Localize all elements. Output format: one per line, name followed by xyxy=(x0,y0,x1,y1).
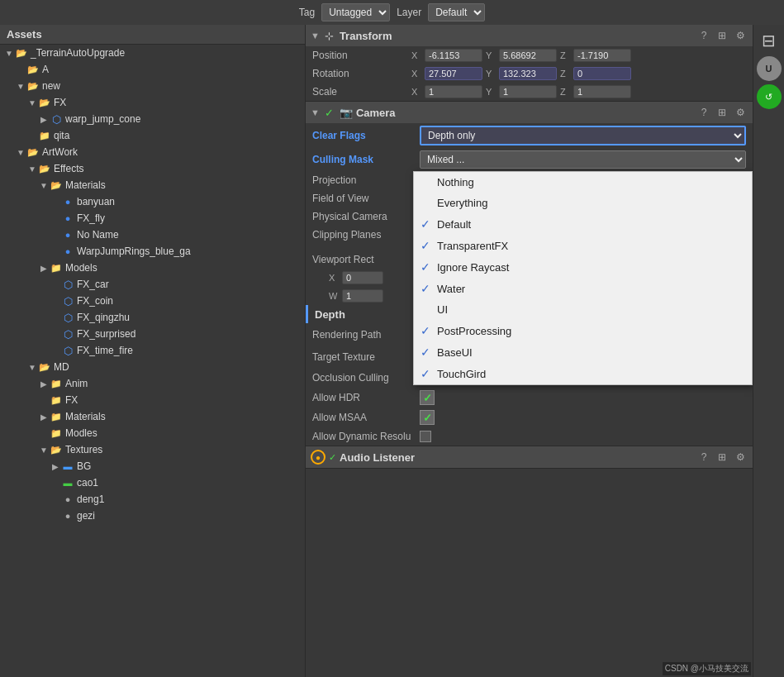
tree-item[interactable]: WarpJumpRings_blue_ga xyxy=(0,243,305,260)
dropdown-item[interactable]: ✓BaseUI xyxy=(414,341,752,363)
tree-item[interactable]: ▶warp_jump_cone xyxy=(0,111,305,127)
camera-content: Clear Flags Depth only Culling Mask Mixe… xyxy=(306,123,753,446)
tree-item[interactable]: FX_car xyxy=(0,276,305,293)
dropdown-checkmark: ✓ xyxy=(421,367,437,380)
dropdown-item[interactable]: Everything xyxy=(414,193,752,213)
allow-dynamic-label: Allow Dynamic Resolu xyxy=(312,431,420,442)
transform-layout-btn[interactable]: ⊞ xyxy=(715,28,729,43)
camera-arrow[interactable]: ▼ xyxy=(311,107,320,117)
projection-label: Projection xyxy=(312,174,420,186)
pos-z-label: Z xyxy=(560,50,570,60)
pos-x-input[interactable] xyxy=(425,49,482,62)
unity-logo[interactable]: U xyxy=(757,56,782,81)
dropdown-item-label: TransparentFX xyxy=(437,240,745,252)
tree-label: FX_qingzhu xyxy=(77,312,130,323)
audio-listener-checkbox[interactable]: ✓ xyxy=(329,452,336,463)
camera-layout-btn[interactable]: ⊞ xyxy=(715,105,729,120)
transform-settings-btn[interactable]: ⚙ xyxy=(733,28,748,43)
tree-item[interactable]: ▶Models xyxy=(0,260,305,276)
dropdown-item[interactable]: ✓TransparentFX xyxy=(414,235,752,256)
dropdown-item[interactable]: ✓Water xyxy=(414,278,752,299)
audio-help-btn[interactable]: ? xyxy=(696,450,711,465)
tree-item[interactable]: deng1 xyxy=(0,491,305,508)
pos-y-input[interactable] xyxy=(499,49,557,62)
tree-label: ArtWork xyxy=(42,146,78,158)
tree-item[interactable]: qita xyxy=(0,127,305,144)
tree-item[interactable]: ▼Materials xyxy=(0,177,305,193)
tree-item[interactable]: No Name xyxy=(0,226,305,243)
tree-item[interactable]: ▼MD xyxy=(0,359,305,375)
scale-z-input[interactable] xyxy=(573,85,631,98)
dropdown-item[interactable]: UI xyxy=(414,299,752,320)
tree-item[interactable]: ▼Effects xyxy=(0,160,305,177)
scale-x-input[interactable] xyxy=(425,85,482,98)
viewport-x-label: X xyxy=(329,273,339,283)
tree-item[interactable]: banyuan xyxy=(0,193,305,210)
dropdown-item[interactable]: ✓TouchGird xyxy=(414,363,752,384)
culling-mask-row: Culling Mask Mixed ... NothingEverything… xyxy=(306,148,753,171)
tree-label: _TerrainAutoUpgrade xyxy=(31,47,125,59)
tree-item[interactable]: FX_surprised xyxy=(0,326,305,342)
tree-item[interactable]: ▶BG xyxy=(0,458,305,474)
position-label: Position xyxy=(312,50,411,61)
dropdown-checkmark: ✓ xyxy=(421,346,437,359)
transform-title: Transform xyxy=(340,30,693,42)
green-status-icon[interactable]: ↺ xyxy=(757,84,782,109)
tree-item[interactable]: FX xyxy=(0,392,305,408)
pos-z-input[interactable] xyxy=(573,49,631,62)
tree-item[interactable]: ▶Materials xyxy=(0,408,305,425)
allow-dynamic-checkbox[interactable] xyxy=(420,431,431,442)
camera-settings-btn[interactable]: ⚙ xyxy=(733,105,748,120)
tree-item[interactable]: ▼new xyxy=(0,78,305,94)
clear-flags-select[interactable]: Depth only xyxy=(420,126,746,145)
pos-y-label: Y xyxy=(486,50,496,60)
rot-y-input[interactable] xyxy=(499,67,557,80)
tree-item[interactable]: FX_qingzhu xyxy=(0,309,305,326)
dropdown-item[interactable]: ✓PostProcessing xyxy=(414,320,752,341)
layer-select[interactable]: Default xyxy=(428,3,485,21)
scale-y-input[interactable] xyxy=(499,85,557,98)
scale-row: Scale X Y Z xyxy=(306,83,753,101)
dropdown-item[interactable]: ✓Ignore Raycast xyxy=(414,256,752,278)
transform-arrow[interactable]: ▼ xyxy=(311,31,320,41)
allow-msaa-label: Allow MSAA xyxy=(312,412,420,423)
tree-label: Materials xyxy=(65,411,106,422)
camera-header: ▼ ✓ 📷 Camera ? ⊞ ⚙ xyxy=(306,102,753,123)
tree-item[interactable]: FX_fly xyxy=(0,210,305,226)
dropdown-item[interactable]: ✓Default xyxy=(414,213,752,235)
tree-item[interactable]: Modles xyxy=(0,425,305,441)
tree-item[interactable]: FX_coin xyxy=(0,293,305,309)
camera-checkbox[interactable]: ✓ xyxy=(323,106,336,119)
culling-mask-select[interactable]: Mixed ... xyxy=(420,150,746,169)
tree-item[interactable]: ▼FX xyxy=(0,94,305,111)
camera-title: Camera xyxy=(356,107,693,119)
rot-x-input[interactable] xyxy=(425,67,482,80)
tree-item[interactable]: FX_time_fire xyxy=(0,342,305,359)
tree-arrow: ▼ xyxy=(15,148,26,157)
tree-item[interactable]: A xyxy=(0,61,305,78)
allow-msaa-checkbox[interactable]: ✓ xyxy=(420,410,435,425)
camera-help-btn[interactable]: ? xyxy=(696,105,711,120)
allow-hdr-checkbox[interactable]: ✓ xyxy=(420,390,435,405)
audio-settings-btn[interactable]: ⚙ xyxy=(733,450,748,465)
transform-help-btn[interactable]: ? xyxy=(696,28,711,43)
side-layout-icon[interactable]: ⊟ xyxy=(757,28,782,53)
tree-item[interactable]: gezi xyxy=(0,508,305,524)
tree-label: WarpJumpRings_blue_ga xyxy=(77,246,191,257)
tree-item[interactable]: ▼Textures xyxy=(0,441,305,458)
dropdown-item-label: Default xyxy=(437,218,745,231)
viewport-w-input[interactable] xyxy=(342,289,383,303)
tree-item[interactable]: ▼_TerrainAutoUpgrade xyxy=(0,45,305,61)
rendering-path-label: Rendering Path xyxy=(312,329,420,341)
tree-arrow: ▼ xyxy=(38,446,50,455)
dropdown-item[interactable]: Nothing xyxy=(414,172,752,193)
fov-label: Field of View xyxy=(312,193,420,204)
audio-layout-btn[interactable]: ⊞ xyxy=(715,450,729,465)
tree-item[interactable]: cao1 xyxy=(0,474,305,491)
tree-item[interactable]: ▼ArtWork xyxy=(0,144,305,160)
viewport-x-input[interactable] xyxy=(342,271,383,284)
tree-item[interactable]: ▶Anim xyxy=(0,375,305,392)
tag-select[interactable]: Untagged xyxy=(321,3,390,21)
dropdown-checkmark: ✓ xyxy=(421,217,437,231)
rot-z-input[interactable] xyxy=(573,67,631,80)
